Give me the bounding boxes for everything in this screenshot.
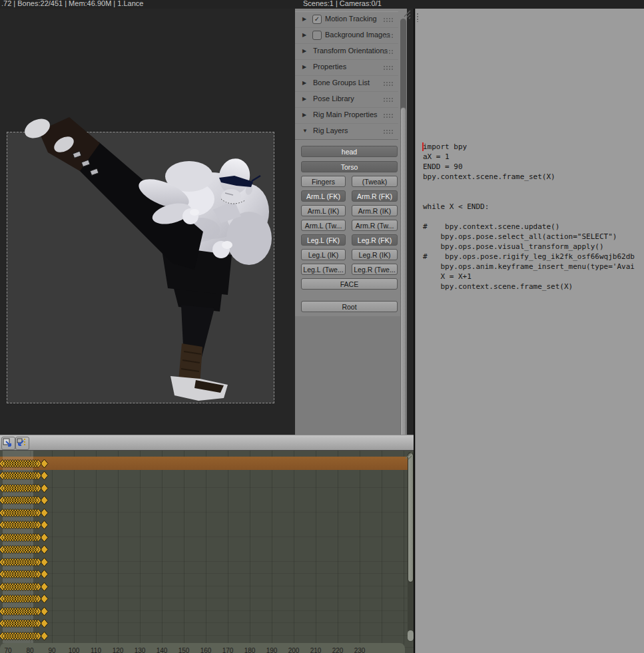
panel-section-properties[interactable]: ▶ Properties xyxy=(295,59,398,76)
checkbox-unchecked-icon[interactable]: ✓ xyxy=(312,31,322,40)
frame-ruler[interactable]: 7080901001101201301401501601701801902002… xyxy=(0,643,405,653)
expand-arrow-icon[interactable]: ▶ xyxy=(302,16,306,22)
viewport-header xyxy=(0,435,414,451)
expand-arrow-icon[interactable]: ▶ xyxy=(302,96,306,102)
panel-grip-icon[interactable] xyxy=(383,65,393,70)
rig-layer-button-arm-r-fk[interactable]: Arm.R (FK) xyxy=(352,190,398,202)
paste-pose-icon xyxy=(16,437,27,448)
keyframe-row[interactable] xyxy=(0,459,51,469)
section-label[interactable]: Pose Library xyxy=(313,95,354,103)
dopesheet-scrollbar-cap xyxy=(408,630,414,641)
frame-ruler-label: 70 xyxy=(0,647,18,653)
frame-ruler-label: 120 xyxy=(108,647,128,653)
rig-layer-button-leg-l-fk[interactable]: Leg.L (FK) xyxy=(301,234,346,246)
keyframe-row[interactable] xyxy=(0,520,51,530)
panel-section-bone-groups-list[interactable]: ▶ Bone Groups List xyxy=(295,75,398,92)
collapse-arrow-icon[interactable]: ▼ xyxy=(302,128,308,134)
rig-layer-button-leg-r-fk[interactable]: Leg.R (FK) xyxy=(352,234,398,246)
section-label[interactable]: Background Images xyxy=(325,31,390,39)
expand-arrow-icon[interactable]: ▶ xyxy=(302,64,306,70)
rig-layer-button-leg-l-ik[interactable]: Leg.L (IK) xyxy=(301,249,346,260)
keyframe-row[interactable] xyxy=(0,471,51,481)
character-figure[interactable] xyxy=(0,9,295,435)
keyframe-row[interactable] xyxy=(0,631,51,641)
keyframe-row[interactable] xyxy=(0,483,51,493)
dopesheet-scrollbar-thumb[interactable] xyxy=(408,453,414,582)
panel-grip-icon[interactable] xyxy=(383,97,393,102)
expand-arrow-icon[interactable]: ▶ xyxy=(302,80,306,86)
frame-ruler-label: 90 xyxy=(42,647,62,653)
frame-ruler-label: 80 xyxy=(20,647,40,653)
frame-ruler-label: 220 xyxy=(328,647,348,653)
panel-grip-icon[interactable] xyxy=(383,33,393,38)
panel-section-rig-main-properties[interactable]: ▶ Rig Main Properties xyxy=(295,107,398,124)
copy-pose-icon xyxy=(2,437,13,448)
frame-ruler-label: 200 xyxy=(284,647,304,653)
blender-window: .72 | Bones:22/451 | Mem:46.90M | 1.Lanc… xyxy=(0,0,644,653)
rig-layer-button-tweak[interactable]: (Tweak) xyxy=(352,176,398,187)
keyframe-row[interactable] xyxy=(0,582,51,592)
rig-layer-button-arm-l-fk[interactable]: Arm.L (FK) xyxy=(301,190,346,202)
keyframe-row[interactable] xyxy=(0,618,51,628)
keyframe-row[interactable] xyxy=(0,606,51,616)
panel-grip-icon[interactable] xyxy=(383,17,393,22)
rig-layer-button-leg-r-tweak[interactable]: Leg.R (Twe... xyxy=(352,264,398,275)
frame-ruler-label: 230 xyxy=(350,647,370,653)
keyframe-row[interactable] xyxy=(0,594,51,604)
copy-pose-button[interactable] xyxy=(1,437,15,450)
area-resize-grip-icon[interactable] xyxy=(402,452,412,463)
rig-layer-button-arm-r-ik[interactable]: Arm.R (IK) xyxy=(352,205,398,216)
panel-grip-icon[interactable] xyxy=(383,113,393,118)
panel-section-transform-orientations[interactable]: ▶ Transform Orientations xyxy=(295,43,398,60)
rig-layer-button-arm-l-ik[interactable]: Arm.L (IK) xyxy=(301,205,346,216)
keyframe-row[interactable] xyxy=(0,533,51,543)
expand-arrow-icon[interactable]: ▶ xyxy=(302,48,306,54)
keyframe-row[interactable] xyxy=(0,544,51,554)
scene-counts: Scenes:1 | Cameras:0/1 xyxy=(303,0,382,8)
keyframe-row[interactable] xyxy=(0,569,51,579)
section-label[interactable]: Bone Groups List xyxy=(313,79,370,87)
panel-scrollbar[interactable] xyxy=(400,19,406,435)
rig-layer-button-leg-l-tweak[interactable]: Leg.L (Twe... xyxy=(301,264,346,275)
section-label[interactable]: Motion Tracking xyxy=(325,15,377,23)
dopesheet-scrollbar[interactable] xyxy=(408,452,414,642)
paste-pose-button[interactable] xyxy=(15,437,29,450)
section-label[interactable]: Rig Layers xyxy=(313,126,348,134)
rig-layer-button-head[interactable]: head xyxy=(301,146,398,157)
rig-layer-button-torso[interactable]: Torso xyxy=(301,161,398,172)
panel-grip-icon[interactable] xyxy=(383,129,393,134)
rig-layer-button-leg-r-ik[interactable]: Leg.R (IK) xyxy=(352,249,398,260)
checkbox-checked-icon[interactable]: ✓ xyxy=(312,15,322,24)
frame-ruler-label: 180 xyxy=(240,647,260,653)
expand-arrow-icon[interactable]: ▶ xyxy=(302,32,306,38)
expand-arrow-icon[interactable]: ▶ xyxy=(302,112,306,118)
text-editor[interactable]: import bpy aX = 1 ENDD = 90 bpy.context.… xyxy=(415,9,644,653)
rig-layer-button-face[interactable]: FACE xyxy=(301,278,398,290)
python-script[interactable]: import bpy aX = 1 ENDD = 90 bpy.context.… xyxy=(423,142,635,292)
selected-channel-band xyxy=(0,457,408,470)
section-label[interactable]: Transform Orientations xyxy=(313,47,388,55)
panel-section-pose-library[interactable]: ▶ Pose Library xyxy=(295,91,398,108)
viewport-3d[interactable]: ▶ ✓ Motion Tracking ▶ ✓ Background Image… xyxy=(0,9,414,435)
panel-scrollbar-thumb[interactable] xyxy=(400,107,406,435)
section-label[interactable]: Rig Main Properties xyxy=(313,110,378,118)
panel-empty-area xyxy=(295,316,400,435)
frame-ruler-label: 160 xyxy=(196,647,216,653)
section-label[interactable]: Properties xyxy=(313,63,346,71)
panel-section-motion-tracking[interactable]: ▶ ✓ Motion Tracking xyxy=(295,11,398,28)
frame-ruler-label: 100 xyxy=(64,647,84,653)
panel-section-rig-layers[interactable]: ▼ Rig Layers xyxy=(295,123,398,140)
area-resize-grip-icon[interactable] xyxy=(400,10,411,21)
rig-layer-button-fingers[interactable]: Fingers xyxy=(301,176,346,187)
keyframe-row[interactable] xyxy=(0,508,51,518)
rig-layer-button-root[interactable]: Root xyxy=(301,301,398,312)
keyframe-row[interactable] xyxy=(0,495,51,505)
scene-stats: .72 | Bones:22/451 | Mem:46.90M | 1.Lanc… xyxy=(1,0,143,8)
rig-layer-button-arm-l-tweak[interactable]: Arm.L (Tw... xyxy=(301,220,346,231)
dopesheet-timeline[interactable]: 7080901001101201301401501601701801902002… xyxy=(0,451,414,653)
panel-grip-icon[interactable] xyxy=(383,81,393,86)
panel-section-background-images[interactable]: ▶ ✓ Background Images xyxy=(295,27,398,44)
rig-layer-button-arm-r-tweak[interactable]: Arm.R (Tw... xyxy=(352,220,398,231)
panel-grip-icon[interactable] xyxy=(383,49,393,54)
keyframe-row[interactable] xyxy=(0,557,51,567)
